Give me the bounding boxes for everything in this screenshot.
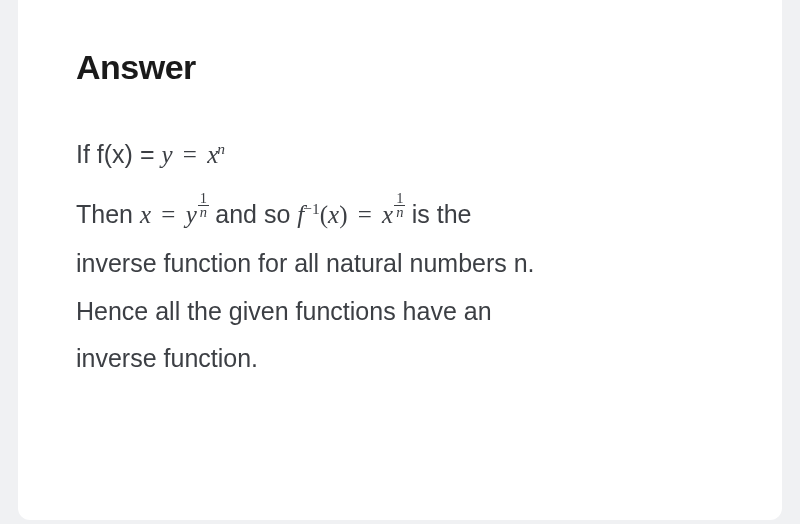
text-is-the: is the — [412, 200, 472, 228]
body-line-1: If f(x) = y = xn — [76, 131, 724, 179]
body-line-5: inverse function. — [76, 335, 724, 383]
frac-den2: n — [394, 206, 405, 220]
text-and-so: and so — [215, 200, 297, 228]
body-line-4: Hence all the given functions have an — [76, 288, 724, 336]
math-arg-x: x — [328, 201, 339, 228]
math-y2: y — [186, 201, 197, 228]
math-frac-1n-2: 1n — [394, 192, 405, 221]
answer-body: If f(x) = y = xn Then x = y1n and so f−1… — [76, 131, 724, 383]
math-equals: = — [179, 141, 201, 168]
frac-den: n — [198, 206, 209, 220]
math-frac-1n: 1n — [198, 192, 209, 221]
math-x3: x — [382, 201, 393, 228]
math-eq2: x = y1n — [140, 201, 215, 228]
math-sup-neg1: −1 — [303, 200, 320, 217]
answer-card: Answer If f(x) = y = xn Then x = y1n and… — [18, 0, 782, 520]
math-lparen: ( — [320, 201, 328, 228]
math-equals2: = — [157, 201, 179, 228]
math-sup-n: n — [217, 140, 225, 157]
answer-heading: Answer — [76, 48, 724, 87]
body-line-2: Then x = y1n and so f−1(x) = x1n is the — [76, 191, 724, 239]
text-then: Then — [76, 200, 140, 228]
body-line-3: inverse function for all natural numbers… — [76, 240, 724, 288]
math-y: y — [161, 141, 172, 168]
math-x2: x — [140, 201, 151, 228]
text-if-fx: If f(x) = — [76, 140, 161, 168]
math-eq1: y = xn — [161, 141, 225, 168]
math-eq3: f−1(x) = x1n — [297, 201, 411, 228]
math-equals3: = — [354, 201, 376, 228]
math-rparen: ) — [339, 201, 347, 228]
